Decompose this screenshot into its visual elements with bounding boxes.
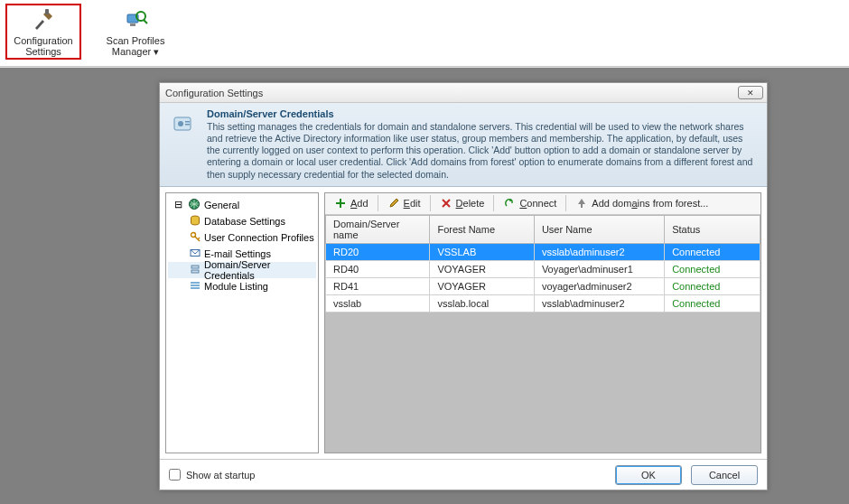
tree-root-general[interactable]: ⊟ General xyxy=(168,197,316,213)
collapse-icon: ⊟ xyxy=(172,199,184,210)
table-cell: Connected xyxy=(665,243,760,260)
table-cell: Connected xyxy=(665,277,760,294)
list-icon xyxy=(190,280,201,293)
tree-item-label: Database Settings xyxy=(204,216,285,227)
delete-button[interactable]: Delete xyxy=(434,194,490,212)
col-domain[interactable]: Domain/Server name xyxy=(326,215,430,243)
svg-rect-16 xyxy=(191,270,199,273)
table-cell: Connected xyxy=(665,260,760,277)
table-row[interactable]: RD41VOYAGERvoyager\adminuser2Connected xyxy=(326,277,760,294)
server-icon xyxy=(190,264,201,276)
tree-item-label: E-mail Settings xyxy=(204,248,271,259)
config-settings-button[interactable]: ConfigurationSettings xyxy=(5,4,81,60)
tree-item-label: User Connection Profiles xyxy=(204,232,314,243)
svg-line-13 xyxy=(198,238,200,239)
database-icon xyxy=(190,215,201,228)
tree-root-label: General xyxy=(204,200,239,210)
connect-icon xyxy=(503,197,516,210)
delete-icon xyxy=(440,197,452,210)
toolbar: AAdddd Edit Delete Connect xyxy=(325,193,760,215)
table-cell: vsslab xyxy=(326,294,430,312)
svg-rect-7 xyxy=(185,121,190,123)
tree-item-label: Module Listing xyxy=(204,281,268,292)
forest-icon xyxy=(575,197,588,210)
col-user[interactable]: User Name xyxy=(534,215,664,243)
svg-rect-18 xyxy=(191,285,200,286)
tree-item-domain-credentials[interactable]: Domain/Server Credentials xyxy=(168,262,316,278)
add-domains-forest-label: Add domains from forest... xyxy=(592,198,708,209)
svg-rect-24 xyxy=(581,204,583,208)
svg-point-6 xyxy=(178,121,183,126)
table-cell: Voyager\adminuser1 xyxy=(534,260,664,277)
add-domains-forest-button[interactable]: Add domains from forest... xyxy=(570,194,714,212)
tree-item-label: Domain/Server Credentials xyxy=(204,259,316,281)
close-button[interactable]: ✕ xyxy=(738,86,763,99)
globe-icon xyxy=(188,198,201,212)
table-cell: RD40 xyxy=(326,260,430,277)
svg-rect-15 xyxy=(191,266,199,268)
info-banner: Domain/Server Credentials This setting m… xyxy=(160,103,767,187)
tree-item-user-connection[interactable]: User Connection Profiles xyxy=(168,229,316,246)
dialog-titlebar: Configuration Settings ✕ xyxy=(160,83,767,103)
banner-heading: Domain/Server Credentials xyxy=(207,108,758,119)
right-pane: AAdddd Edit Delete Connect xyxy=(324,192,761,453)
table-cell: Connected xyxy=(665,294,760,312)
scan-profiles-label-1: Scan Profiles xyxy=(107,35,165,46)
show-startup-input[interactable] xyxy=(169,469,181,481)
svg-point-11 xyxy=(191,232,196,237)
svg-rect-8 xyxy=(185,124,190,126)
tools-icon xyxy=(30,6,57,33)
table-cell: vsslab\adminuser2 xyxy=(534,243,664,260)
table-cell: VOYAGER xyxy=(430,260,534,277)
svg-rect-2 xyxy=(130,23,135,26)
add-button[interactable]: AAdddd xyxy=(329,194,374,212)
svg-rect-19 xyxy=(191,287,200,289)
credentials-icon xyxy=(169,108,200,181)
dialog-title: Configuration Settings xyxy=(165,88,263,98)
table-cell: RD20 xyxy=(326,243,430,260)
edit-button[interactable]: Edit xyxy=(382,194,426,212)
workarea: Configuration Settings ✕ Domain/Server C… xyxy=(0,68,849,504)
add-icon xyxy=(334,197,347,210)
ribbon: ConfigurationSettings Scan ProfilesManag… xyxy=(0,0,849,67)
table-cell: vsslab.local xyxy=(430,294,534,312)
col-status[interactable]: Status xyxy=(665,215,760,243)
edit-icon xyxy=(387,197,400,210)
col-forest[interactable]: Forest Name xyxy=(430,215,534,243)
svg-rect-17 xyxy=(191,282,200,284)
show-startup-checkbox[interactable]: Show at startup xyxy=(169,469,255,481)
scan-profiles-icon xyxy=(122,6,149,33)
ok-button[interactable]: OK xyxy=(615,465,682,485)
table-cell: vsslab\adminuser2 xyxy=(534,294,664,312)
table-cell: VOYAGER xyxy=(430,277,534,294)
table-cell: voyager\adminuser2 xyxy=(534,277,664,294)
svg-rect-0 xyxy=(45,9,49,14)
svg-line-4 xyxy=(144,20,147,23)
close-icon: ✕ xyxy=(747,89,754,98)
scan-profiles-label-2: Manager ▾ xyxy=(112,46,159,57)
dialog-config-settings: Configuration Settings ✕ Domain/Server C… xyxy=(159,82,768,490)
svg-rect-21 xyxy=(336,202,345,204)
table-cell: RD41 xyxy=(326,277,430,294)
nav-tree: ⊟ General Database Settings User Connect… xyxy=(165,192,319,453)
config-settings-label-2: Settings xyxy=(25,46,61,57)
scan-profiles-button[interactable]: Scan ProfilesManager ▾ xyxy=(98,4,173,60)
show-startup-label: Show at startup xyxy=(186,470,255,481)
config-settings-label-1: Configuration xyxy=(14,35,72,46)
cancel-button[interactable]: Cancel xyxy=(691,465,758,485)
key-icon xyxy=(190,231,201,244)
banner-description: This setting manages the credentials for… xyxy=(207,121,758,181)
credentials-grid[interactable]: Domain/Server name Forest Name User Name… xyxy=(325,215,760,453)
tree-item-database-settings[interactable]: Database Settings xyxy=(168,213,316,229)
mail-icon xyxy=(190,247,201,260)
table-row[interactable]: RD40VOYAGERVoyager\adminuser1Connected xyxy=(326,260,760,277)
connect-button[interactable]: Connect xyxy=(498,194,562,212)
dialog-footer: Show at startup OK Cancel xyxy=(160,459,767,490)
table-row[interactable]: RD20VSSLABvsslab\adminuser2Connected xyxy=(326,243,760,260)
table-cell: VSSLAB xyxy=(430,243,534,260)
table-row[interactable]: vsslabvsslab.localvsslab\adminuser2Conne… xyxy=(326,294,760,312)
